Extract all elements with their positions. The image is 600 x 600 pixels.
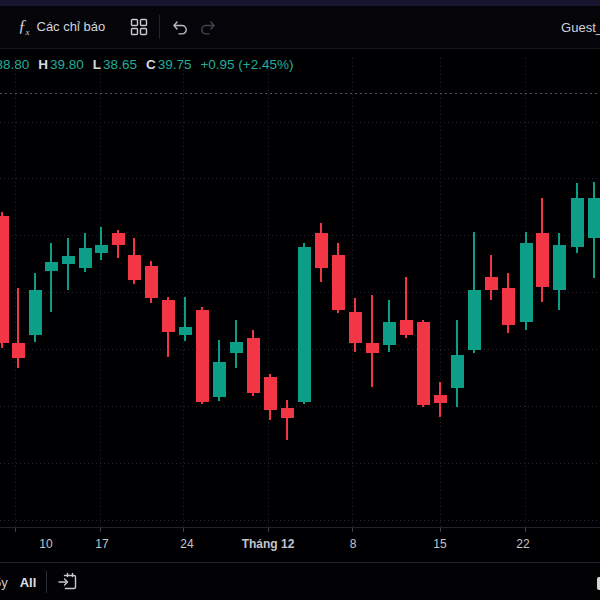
h-gridline: [0, 235, 600, 236]
calendar-arrow-icon: [57, 571, 79, 593]
candle-body: [29, 290, 42, 335]
candle-body: [196, 310, 209, 402]
axis-tick: [352, 528, 353, 532]
indicators-label: Các chỉ báo: [37, 19, 106, 34]
candle-body: [417, 322, 430, 405]
axis-tick: [100, 528, 101, 532]
redo-arrow-icon: [198, 17, 218, 37]
candle-body: [485, 277, 498, 290]
undo-arrow-icon: [170, 17, 190, 37]
ohlc-legend: O38.80H39.80L38.65C39.75+0.95 (+2.45%): [0, 57, 294, 72]
axis-tick: [183, 528, 184, 532]
candle-body: [520, 243, 533, 322]
user-menu-button[interactable]: Guest_: [561, 20, 600, 35]
candle-body: [349, 312, 362, 343]
candle-body: [553, 245, 566, 290]
low-value: 38.65: [103, 57, 137, 72]
axis-tick: [15, 528, 16, 532]
candle-wick: [286, 400, 288, 440]
time-axis-label: 15: [433, 537, 446, 551]
candle-body: [128, 255, 141, 280]
candle-body: [451, 355, 464, 388]
candle-body: [179, 327, 192, 335]
time-axis-label: 10: [39, 537, 52, 551]
close-value: 39.75: [158, 57, 192, 72]
change-value: +0.95 (+2.45%): [200, 57, 293, 72]
h-gridline: [0, 520, 600, 521]
range-5y-button[interactable]: 5y: [0, 572, 14, 593]
undo-button[interactable]: [166, 13, 194, 41]
axis-tick: [268, 528, 269, 532]
bottombar-separator: [46, 571, 47, 593]
h-gridline: [0, 178, 600, 179]
range-all-button[interactable]: All: [14, 572, 43, 593]
candle-body: [45, 262, 58, 271]
candle-body: [383, 322, 396, 345]
high-label: H: [38, 57, 48, 72]
candle-body: [571, 198, 584, 247]
candle-body: [112, 233, 125, 245]
h-gridline: [0, 122, 600, 123]
toolbar-separator: [159, 15, 160, 39]
candle-body: [281, 408, 294, 418]
candle-body: [298, 247, 311, 402]
time-axis-label: Tháng 12: [242, 537, 295, 551]
time-axis-label: 24: [180, 537, 193, 551]
candle-body: [162, 300, 175, 332]
high-value: 39.80: [50, 57, 84, 72]
candle-body: [145, 266, 158, 298]
candle-body: [247, 338, 260, 393]
h-gridline: [0, 463, 600, 464]
candle-body: [79, 248, 92, 268]
candle-body: [95, 245, 108, 253]
open-value: 38.80: [0, 57, 29, 72]
candle-wick: [371, 295, 373, 387]
candle-body: [332, 255, 345, 310]
low-label: L: [93, 57, 101, 72]
chart-templates-button[interactable]: [125, 13, 153, 41]
candle-wick: [67, 238, 69, 290]
top-toolbar: ƒx Các chỉ báo: [0, 6, 600, 49]
candle-body: [264, 377, 277, 410]
candle-body: [315, 233, 328, 268]
candle-body: [0, 216, 9, 343]
time-axis[interactable]: 101724Tháng 1281522: [0, 527, 600, 563]
candle-body: [213, 362, 226, 397]
axis-tick: [440, 528, 441, 532]
candle-body: [230, 342, 243, 353]
candle-body: [366, 343, 379, 353]
candle-wick: [100, 227, 102, 260]
goto-date-button[interactable]: [54, 568, 82, 596]
candle-body: [12, 343, 25, 358]
redo-button[interactable]: [194, 13, 222, 41]
candle-wick: [50, 243, 52, 312]
indicators-button[interactable]: ƒx Các chỉ báo: [12, 13, 111, 41]
candle-body: [588, 198, 600, 238]
candle-body: [62, 256, 75, 264]
axis-tick: [525, 528, 526, 532]
candle-body: [400, 320, 413, 335]
chart-canvas[interactable]: O38.80H39.80L38.65C39.75+0.95 (+2.45%): [0, 49, 600, 527]
highlight-price-line: [0, 93, 600, 94]
tradingview-window: ƒx Các chỉ báo: [0, 0, 600, 600]
h-gridline: [0, 406, 600, 407]
time-axis-label: 8: [350, 537, 357, 551]
time-axis-label: 22: [516, 537, 529, 551]
candle-body: [434, 395, 447, 403]
close-label: C: [146, 57, 156, 72]
bottom-toolbar: 5y All: [0, 562, 600, 600]
layout-grid-icon: [130, 18, 148, 36]
fx-icon: ƒx: [18, 17, 30, 37]
candle-body: [502, 288, 515, 325]
candle-body: [468, 290, 481, 350]
candle-body: [536, 233, 549, 287]
time-axis-label: 17: [95, 537, 108, 551]
